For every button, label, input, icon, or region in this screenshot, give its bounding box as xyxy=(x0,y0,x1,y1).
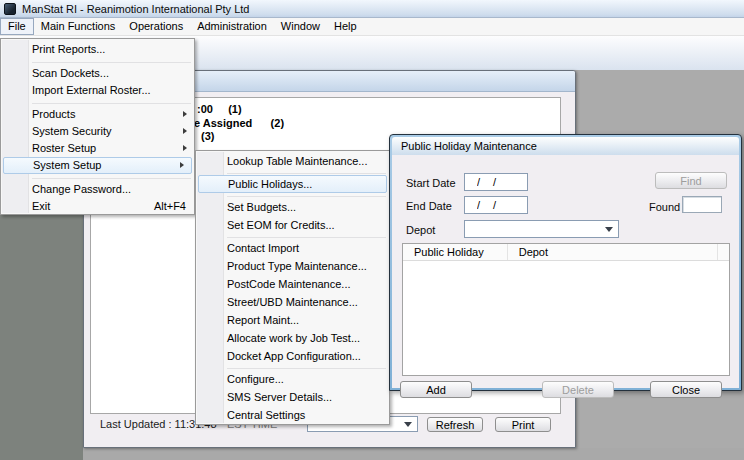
column-header-depot[interactable]: Depot xyxy=(508,244,718,260)
depot-label: Depot xyxy=(406,224,435,236)
public-holiday-list[interactable]: Public Holiday Depot xyxy=(402,243,730,376)
menu-item-roster-setup[interactable]: Roster Setup xyxy=(1,140,194,157)
menu-item-configure[interactable]: Configure... xyxy=(196,370,389,388)
file-menu: Print Reports... Scan Dockets... Import … xyxy=(0,38,195,215)
menu-item-label: Roster Setup xyxy=(32,142,96,154)
menu-item-sms-server-details[interactable]: SMS Server Details... xyxy=(196,388,389,406)
clipped-status-line-3: (3) xyxy=(201,130,214,142)
close-button[interactable]: Close xyxy=(650,381,722,398)
app-icon xyxy=(4,3,16,15)
menu-item-label: Exit xyxy=(32,200,50,212)
start-date-input[interactable] xyxy=(464,173,528,191)
menu-item-set-eom-for-credits[interactable]: Set EOM for Credits... xyxy=(196,216,389,234)
menu-item-street-ubd-maintenance[interactable]: Street/UBD Maintenance... xyxy=(196,293,389,311)
menubar-item-main-functions[interactable]: Main Functions xyxy=(34,18,123,35)
menubar-item-window[interactable]: Window xyxy=(274,18,327,35)
submenu-arrow-icon xyxy=(180,162,184,168)
menu-item-change-password[interactable]: Change Password... xyxy=(1,181,194,198)
delete-button[interactable]: Delete xyxy=(542,381,614,398)
menu-item-set-budgets[interactable]: Set Budgets... xyxy=(196,198,389,216)
chevron-down-icon xyxy=(404,422,412,427)
menu-separator xyxy=(1,174,194,181)
menu-item-public-holidays[interactable]: Public Holidays... xyxy=(198,175,387,193)
chevron-down-icon xyxy=(605,227,613,232)
menu-item-scan-dockets[interactable]: Scan Dockets... xyxy=(1,65,194,82)
clipped-status-line-2: e Assigned (2) xyxy=(194,117,284,129)
application-window: ManStat RI - Reanimotion International P… xyxy=(0,0,744,460)
menu-item-exit[interactable]: ExitAlt+F4 xyxy=(1,198,194,215)
menu-item-import-external-roster[interactable]: Import External Roster... xyxy=(1,82,194,99)
menubar-item-administration[interactable]: Administration xyxy=(190,18,274,35)
menubar-item-operations[interactable]: Operations xyxy=(122,18,190,35)
found-label: Found xyxy=(649,201,680,213)
menubar-item-help[interactable]: Help xyxy=(327,18,364,35)
submenu-arrow-icon xyxy=(183,111,187,117)
system-setup-submenu: Lookup Table Maintenance... Public Holid… xyxy=(195,150,390,425)
menu-item-products[interactable]: Products xyxy=(1,106,194,123)
depot-combobox[interactable] xyxy=(464,220,619,238)
column-header-public-holiday[interactable]: Public Holiday xyxy=(403,244,508,260)
add-button[interactable]: Add xyxy=(400,381,472,398)
menu-item-allocate-work-by-job-test[interactable]: Allocate work by Job Test... xyxy=(196,329,389,347)
submenu-arrow-icon xyxy=(183,128,187,134)
found-count-field[interactable] xyxy=(682,196,722,213)
menu-item-postcode-maintenance[interactable]: PostCode Maintenance... xyxy=(196,275,389,293)
refresh-button[interactable]: Refresh xyxy=(427,417,483,432)
column-header-spacer xyxy=(718,244,729,260)
menu-item-docket-app-configuration[interactable]: Docket App Configuration... xyxy=(196,347,389,365)
menu-item-contact-import[interactable]: Contact Import xyxy=(196,239,389,257)
menubar-item-file[interactable]: File xyxy=(0,18,34,35)
public-holiday-maintenance-dialog: Public Holiday Maintenance Start Date Fi… xyxy=(389,134,742,391)
end-date-label: End Date xyxy=(406,200,452,212)
submenu-arrow-icon xyxy=(183,145,187,151)
menu-item-lookup-table-maintenance[interactable]: Lookup Table Maintenance... xyxy=(196,152,389,170)
list-header-row: Public Holiday Depot xyxy=(403,244,729,261)
find-button[interactable]: Find xyxy=(655,172,727,189)
menu-item-report-maint[interactable]: Report Maint... xyxy=(196,311,389,329)
exit-shortcut-label: Alt+F4 xyxy=(154,198,186,215)
menu-item-print-reports[interactable]: Print Reports... xyxy=(1,41,194,58)
menu-item-system-setup[interactable]: System Setup xyxy=(3,157,192,174)
mdi-background-bottom xyxy=(83,448,744,460)
menu-bar: File Main Functions Operations Administr… xyxy=(0,18,744,36)
menu-item-label: Products xyxy=(32,108,75,120)
print-button[interactable]: Print xyxy=(495,417,551,432)
window-titlebar: ManStat RI - Reanimotion International P… xyxy=(0,0,744,18)
menu-item-central-settings[interactable]: Central Settings xyxy=(196,406,389,424)
dialog-titlebar[interactable]: Public Holiday Maintenance xyxy=(392,137,739,155)
menu-item-product-type-maintenance[interactable]: Product Type Maintenance... xyxy=(196,257,389,275)
menu-item-label: System Security xyxy=(32,125,111,137)
menu-separator xyxy=(1,99,194,106)
menu-item-system-security[interactable]: System Security xyxy=(1,123,194,140)
window-title: ManStat RI - Reanimotion International P… xyxy=(22,3,249,15)
menu-separator xyxy=(1,58,194,65)
menu-item-label: System Setup xyxy=(33,159,101,171)
end-date-input[interactable] xyxy=(464,196,528,214)
clipped-status-line-1: :00 (1) xyxy=(197,103,242,115)
dialog-body: Start Date Find End Date Found Depot Pub… xyxy=(392,155,739,388)
start-date-label: Start Date xyxy=(406,177,456,189)
